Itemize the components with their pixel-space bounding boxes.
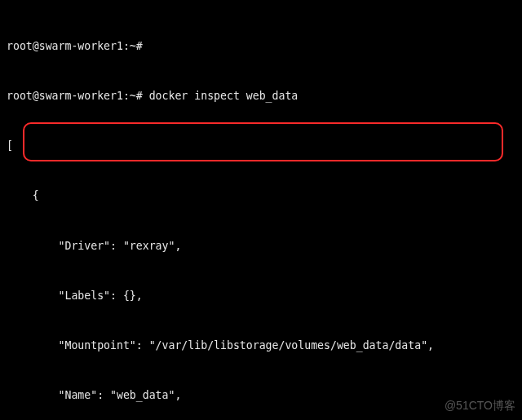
output-line: [	[7, 138, 515, 154]
output-line-mountpoint: "Mountpoint": "/var/lib/libstorage/volum…	[7, 338, 515, 354]
output-line: "Driver": "rexray",	[7, 238, 515, 254]
output-line-name: "Name": "web_data",	[7, 387, 515, 404]
output-line: {	[7, 188, 515, 204]
output-line: "Labels": {},	[7, 288, 515, 304]
prompt-line: root@swarm-worker1:~#	[7, 38, 515, 55]
terminal-window[interactable]: root@swarm-worker1:~# root@swarm-worker1…	[0, 0, 522, 420]
command-line: root@swarm-worker1:~# docker inspect web…	[7, 88, 515, 104]
